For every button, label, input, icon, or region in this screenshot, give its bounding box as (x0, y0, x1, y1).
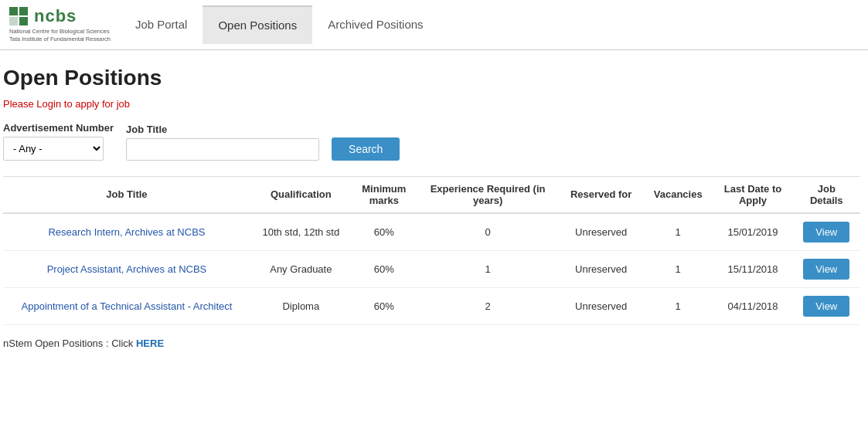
cell-qualification: Any Graduate (250, 250, 352, 287)
tab-open-positions[interactable]: Open Positions (203, 5, 312, 44)
cell-reserved-for: Unreserved (559, 287, 643, 324)
cell-qualification: 10th std, 12th std (250, 213, 352, 251)
login-notice: Please Login to apply for job (3, 98, 860, 110)
tab-job-portal[interactable]: Job Portal (120, 5, 203, 44)
cell-last-date: 15/11/2018 (713, 250, 792, 287)
job-title-input[interactable] (126, 138, 319, 161)
ncbs-subtitle: National Centre for Biological Sciences … (9, 28, 111, 43)
cell-last-date: 04/11/2018 (713, 287, 792, 324)
logo-grid-cell (9, 17, 18, 25)
col-vacancies: Vacancies (643, 176, 713, 213)
cell-min-marks: 60% (352, 213, 417, 251)
table-row: Research Intern, Archives at NCBS 10th s… (3, 213, 860, 251)
cell-job-title: Project Assistant, Archives at NCBS (3, 250, 250, 287)
table-header: Job Title Qualification Minimummarks Exp… (3, 176, 860, 213)
cell-reserved-for: Unreserved (559, 213, 643, 251)
view-button-2[interactable]: View (803, 296, 849, 317)
filter-row: Advertisement Number - Any - Job Title S… (3, 122, 860, 161)
cell-last-date: 15/01/2019 (713, 213, 792, 251)
col-min-marks: Minimummarks (352, 176, 417, 213)
ncbs-name-text: ncbs (34, 6, 77, 26)
col-experience: Experience Required (inyears) (417, 176, 559, 213)
col-job-details: JobDetails (793, 176, 860, 213)
cell-min-marks: 60% (352, 287, 417, 324)
cell-job-details: View (793, 287, 860, 324)
view-button-0[interactable]: View (803, 222, 849, 243)
view-button-1[interactable]: View (803, 259, 849, 280)
cell-experience: 1 (417, 250, 559, 287)
cell-reserved-for: Unreserved (559, 250, 643, 287)
logo-grid-cell (19, 17, 28, 25)
table-row: Appointment of a Technical Assistant - A… (3, 287, 860, 324)
cell-experience: 0 (417, 213, 559, 251)
main-content: Open Positions Please Login to apply for… (0, 50, 868, 365)
ad-number-label: Advertisement Number (3, 122, 114, 134)
cell-job-details: View (793, 213, 860, 251)
cell-vacancies: 1 (643, 250, 713, 287)
cell-job-title: Appointment of a Technical Assistant - A… (3, 287, 250, 324)
cell-vacancies: 1 (643, 287, 713, 324)
cell-job-title: Research Intern, Archives at NCBS (3, 213, 250, 251)
col-last-date: Last Date toApply (713, 176, 792, 213)
job-title-filter-group: Job Title (126, 124, 319, 161)
ad-number-filter-group: Advertisement Number - Any - (3, 122, 114, 161)
cell-vacancies: 1 (643, 213, 713, 251)
table-row: Project Assistant, Archives at NCBS Any … (3, 250, 860, 287)
logo-grid-cell (9, 7, 18, 15)
nav-tabs: Job Portal Open Positions Archived Posit… (120, 5, 439, 44)
tab-archived-positions[interactable]: Archived Positions (312, 5, 438, 44)
ncbs-logo: ncbs National Centre for Biological Scie… (9, 6, 111, 43)
ad-number-select[interactable]: - Any - (3, 137, 104, 161)
search-button[interactable]: Search (332, 137, 400, 161)
page-title: Open Positions (3, 66, 860, 90)
job-title-label: Job Title (126, 124, 319, 135)
cell-experience: 2 (417, 287, 559, 324)
logo-area: ncbs National Centre for Biological Scie… (0, 0, 120, 49)
col-qualification: Qualification (250, 176, 352, 213)
header: ncbs National Centre for Biological Scie… (0, 0, 868, 50)
cell-min-marks: 60% (352, 250, 417, 287)
col-job-title: Job Title (3, 176, 250, 213)
cell-qualification: Diploma (250, 287, 352, 324)
footer-text: nStem Open Positions : Click (3, 338, 136, 349)
footer-notice: nStem Open Positions : Click HERE (3, 338, 860, 349)
logo-grid-cell (19, 7, 28, 15)
col-reserved: Reserved for (559, 176, 643, 213)
here-link[interactable]: HERE (136, 338, 164, 349)
table-body: Research Intern, Archives at NCBS 10th s… (3, 213, 860, 325)
cell-job-details: View (793, 250, 860, 287)
positions-table: Job Title Qualification Minimummarks Exp… (3, 176, 860, 325)
